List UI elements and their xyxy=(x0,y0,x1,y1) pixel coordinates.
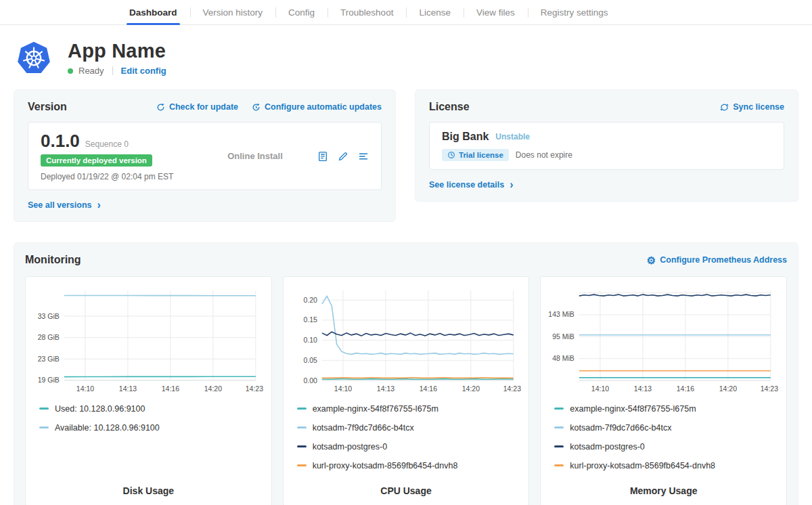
legend-label: kotsadm-7f9dc7d66c-b4tcx xyxy=(570,423,671,433)
license-box: Big Bank Unstable Trial license Does not… xyxy=(429,122,784,170)
tab-license[interactable]: License xyxy=(406,0,464,24)
legend-swatch xyxy=(39,408,49,410)
svg-text:19 GiB: 19 GiB xyxy=(38,376,60,384)
customer-name: Big Bank xyxy=(442,131,489,143)
status-dot xyxy=(68,68,73,74)
release-notes-icon[interactable] xyxy=(317,151,328,162)
status-text: Ready xyxy=(78,66,104,76)
legend-label: Available: 10.128.0.96:9100 xyxy=(55,423,160,433)
svg-text:95 MiB: 95 MiB xyxy=(552,332,574,341)
tab-registry-settings[interactable]: Registry settings xyxy=(528,0,621,24)
license-card: License Sync license Big Bank Unstable xyxy=(415,89,798,202)
top-nav: Dashboard Version history Config Trouble… xyxy=(0,0,812,25)
chart-legend: example-nginx-54f8f76755-l675mkotsadm-7f… xyxy=(547,403,780,479)
monitoring-card: Monitoring ⚙ Configure Prometheus Addres… xyxy=(14,242,798,505)
legend-label: example-nginx-54f8f76755-l675m xyxy=(313,404,438,414)
legend-label: Used: 10.128.0.96:9100 xyxy=(55,404,145,414)
chart-panel-memory-usage: 14:1014:1314:1614:2014:2348 MiB95 MiB143… xyxy=(540,276,787,505)
svg-text:14:16: 14:16 xyxy=(677,385,694,393)
svg-text:14:16: 14:16 xyxy=(419,385,436,393)
chevron-right-icon: › xyxy=(97,200,101,211)
chevron-right-icon: › xyxy=(510,179,513,190)
chart-title: CPU Usage xyxy=(290,485,522,499)
app-status-row: Ready Edit config xyxy=(68,66,166,76)
svg-text:14:20: 14:20 xyxy=(719,385,737,393)
sequence-label: Sequence 0 xyxy=(85,139,129,149)
legend-swatch xyxy=(554,445,564,447)
svg-text:48 MiB: 48 MiB xyxy=(552,354,574,362)
gear-icon: ⚙ xyxy=(647,255,656,265)
legend-label: kotsadm-postgres-0 xyxy=(570,442,644,452)
deployed-timestamp: Deployed 01/19/22 @ 02:04 pm EST xyxy=(41,172,193,181)
legend-swatch xyxy=(554,464,564,466)
series-line xyxy=(322,296,514,354)
chart-legend: example-nginx-54f8f76755-l675mkotsadm-7f… xyxy=(290,403,522,479)
legend-swatch xyxy=(554,426,564,429)
svg-text:14:10: 14:10 xyxy=(591,385,609,393)
legend-swatch xyxy=(297,445,307,447)
legend-swatch xyxy=(39,426,49,429)
legend-item: kurl-proxy-kotsadm-8569fb6454-dnvh8 xyxy=(297,460,522,470)
legend-item: kotsadm-7f9dc7d66c-b4tcx xyxy=(554,422,780,433)
legend-swatch xyxy=(297,426,307,429)
svg-text:0.05: 0.05 xyxy=(303,356,317,364)
sync-license-link[interactable]: Sync license xyxy=(720,102,784,112)
svg-text:28 GiB: 28 GiB xyxy=(38,333,60,341)
svg-text:14:23: 14:23 xyxy=(761,385,778,393)
series-line xyxy=(322,379,514,380)
page-title: App Name xyxy=(68,40,166,62)
deployed-version-badge: Currently deployed version xyxy=(41,154,152,167)
chart-panel-cpu-usage: 14:1014:1314:1614:2014:230.000.050.100.1… xyxy=(283,276,530,505)
configure-automatic-updates-label: Configure automatic updates xyxy=(265,102,382,112)
svg-text:14:23: 14:23 xyxy=(246,385,263,393)
cards-row: Version Check for update Configure au xyxy=(0,89,812,222)
svg-text:14:23: 14:23 xyxy=(503,385,520,393)
sync-icon xyxy=(720,103,729,112)
tab-version-history[interactable]: Version history xyxy=(190,0,276,24)
legend-label: kotsadm-postgres-0 xyxy=(313,442,387,452)
configure-prometheus-label: Configure Prometheus Address xyxy=(660,255,787,265)
edit-config-icon[interactable] xyxy=(338,151,348,162)
svg-text:14:16: 14:16 xyxy=(162,385,179,393)
legend-swatch xyxy=(297,464,307,466)
legend-item: kotsadm-7f9dc7d66c-b4tcx xyxy=(297,422,522,433)
trial-license-badge: Trial license xyxy=(442,149,509,161)
automatic-updates-icon xyxy=(252,103,261,112)
chart-canvas: 14:1014:1314:1614:2014:2319 GiB23 GiB28 … xyxy=(32,285,265,397)
legend-label: kotsadm-7f9dc7d66c-b4tcx xyxy=(313,423,414,433)
version-actions xyxy=(317,151,369,162)
svg-text:23 GiB: 23 GiB xyxy=(38,355,60,363)
svg-text:143 MiB: 143 MiB xyxy=(549,310,575,318)
check-for-update-link[interactable]: Check for update xyxy=(156,102,238,112)
see-all-versions-link[interactable]: See all versions › xyxy=(28,200,101,211)
series-line xyxy=(579,294,771,296)
configure-automatic-updates-link[interactable]: Configure automatic updates xyxy=(252,102,382,112)
install-type-label: Online Install xyxy=(193,151,317,161)
svg-text:14:13: 14:13 xyxy=(634,385,652,393)
app-meta: App Name Ready Edit config xyxy=(68,40,166,76)
legend-item: kurl-proxy-kotsadm-8569fb6454-dnvh8 xyxy=(554,460,780,470)
version-card-title: Version xyxy=(28,101,67,113)
see-license-details-label: See license details xyxy=(429,180,504,190)
clock-icon xyxy=(447,151,455,159)
tab-dashboard[interactable]: Dashboard xyxy=(116,0,190,24)
see-license-details-link[interactable]: See license details › xyxy=(429,179,514,190)
version-card: Version Check for update Configure au xyxy=(14,89,396,222)
tab-troubleshoot[interactable]: Troubleshoot xyxy=(328,0,406,24)
legend-item: example-nginx-54f8f76755-l675m xyxy=(297,403,522,414)
tab-view-files[interactable]: View files xyxy=(464,0,528,24)
legend-item: Available: 10.128.0.96:9100 xyxy=(39,422,265,433)
tab-config[interactable]: Config xyxy=(275,0,328,24)
refresh-icon xyxy=(156,103,165,112)
configure-prometheus-link[interactable]: ⚙ Configure Prometheus Address xyxy=(647,255,787,265)
svg-text:14:13: 14:13 xyxy=(376,385,394,393)
license-card-title: License xyxy=(429,101,470,113)
edit-config-link[interactable]: Edit config xyxy=(121,66,166,76)
svg-text:0.15: 0.15 xyxy=(303,315,317,324)
app-header: App Name Ready Edit config xyxy=(0,25,812,89)
legend-label: kurl-proxy-kotsadm-8569fb6454-dnvh8 xyxy=(313,461,458,470)
legend-item: kotsadm-postgres-0 xyxy=(554,441,780,452)
chart-canvas: 14:1014:1314:1614:2014:2348 MiB95 MiB143… xyxy=(547,285,780,397)
legend-swatch xyxy=(297,408,307,410)
view-diff-icon[interactable] xyxy=(358,151,369,162)
